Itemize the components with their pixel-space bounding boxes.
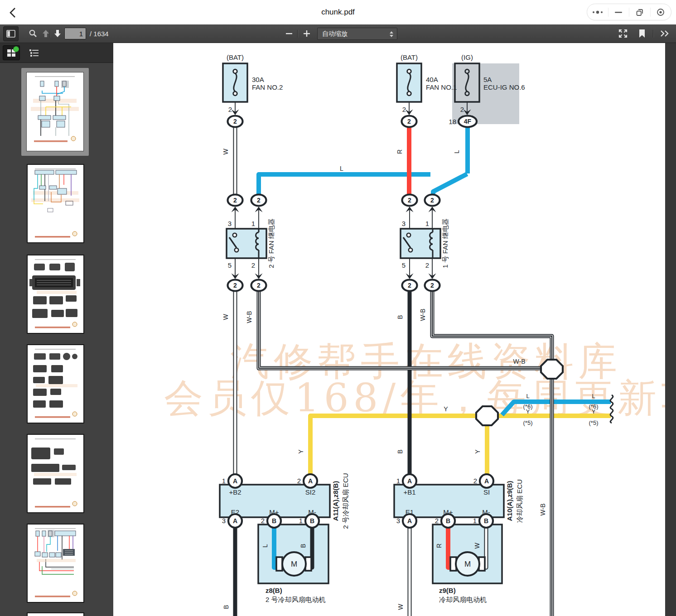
pin-letter: A bbox=[233, 477, 237, 485]
pin-number: 2 bbox=[425, 261, 429, 269]
thumbnail-page bbox=[26, 72, 84, 151]
connector-ovals bbox=[228, 116, 477, 291]
more-dots-icon bbox=[592, 10, 604, 15]
wire-label: L bbox=[592, 393, 595, 399]
up-arrow-icon bbox=[42, 29, 50, 38]
wire-label: B bbox=[396, 449, 404, 453]
connector-label: 2 bbox=[257, 197, 261, 204]
pin-number: 3 bbox=[222, 517, 226, 525]
zoom-in-button[interactable] bbox=[300, 27, 313, 40]
connector-label: 2 bbox=[408, 197, 411, 204]
ecu-pin-label: +B1 bbox=[403, 488, 415, 496]
window-capsule bbox=[587, 4, 671, 20]
ecu-pin-label: M- bbox=[482, 508, 490, 516]
toolbar-more-button[interactable] bbox=[657, 27, 672, 40]
down-arrow-icon bbox=[53, 29, 62, 38]
pin-number: 5 bbox=[402, 261, 406, 269]
wire-break-icon bbox=[610, 409, 613, 423]
wire-label: W bbox=[222, 149, 229, 155]
motor-symbol: M bbox=[291, 560, 297, 568]
pin-number: 2 bbox=[251, 261, 255, 269]
wire-break-icon bbox=[610, 395, 613, 409]
pin-number: 2 bbox=[228, 106, 232, 113]
thumbnail-page-2[interactable] bbox=[27, 164, 84, 243]
connector-number: 18 bbox=[449, 118, 456, 125]
fuse-name: FAN NO.2 bbox=[252, 83, 283, 91]
thumbnail-page-4[interactable] bbox=[27, 344, 84, 424]
wire-label: Y bbox=[444, 405, 448, 413]
ecu-pin-label: E1 bbox=[406, 508, 414, 516]
minimize-icon bbox=[614, 11, 623, 14]
wire-label: W-B bbox=[513, 358, 526, 365]
relay-fan-no1 bbox=[401, 229, 440, 258]
wire-label: L bbox=[526, 393, 529, 399]
junction-octagon-y bbox=[476, 406, 498, 425]
wiring-diagram: (BAT) 30A FAN NO.2 (BAT) 40A FAN NO.1 (I… bbox=[113, 43, 665, 616]
connector-label: 2 bbox=[233, 118, 237, 125]
pin-number: 5 bbox=[228, 261, 232, 269]
loading-status-dot bbox=[13, 46, 19, 52]
relay-fan-no2 bbox=[227, 229, 266, 258]
thumbnail-page-5[interactable] bbox=[27, 434, 84, 513]
connector-label: 4F bbox=[464, 118, 472, 125]
pin-number: 1 bbox=[299, 517, 303, 525]
wire-label: Y bbox=[592, 408, 596, 415]
thumbnail-preview bbox=[28, 345, 83, 423]
next-page-button[interactable] bbox=[52, 27, 63, 40]
zoom-mode-label: 自动缩放 bbox=[322, 30, 348, 37]
more-options-button[interactable] bbox=[587, 4, 608, 20]
wire-label: Y bbox=[526, 408, 530, 415]
motor-id: z9(B) bbox=[439, 587, 456, 594]
bookmark-button[interactable] bbox=[635, 27, 649, 40]
connector-label: 2 bbox=[407, 118, 411, 125]
connector-label: 2 bbox=[430, 197, 434, 204]
zoom-mode-select[interactable]: 自动缩放 bbox=[317, 28, 397, 40]
motor-fan-no2 bbox=[258, 525, 328, 583]
select-arrows-icon bbox=[389, 31, 394, 38]
wire-label: W-B bbox=[419, 309, 426, 321]
connector-label: 2 bbox=[233, 197, 237, 204]
wire-label: R bbox=[396, 149, 403, 154]
minimize-button[interactable] bbox=[608, 4, 629, 20]
pdf-page: 汽修帮手在线资料库 会员仅168/年，每周更新车型 bbox=[113, 43, 665, 616]
wire-label: Y bbox=[474, 449, 481, 454]
target-button[interactable] bbox=[651, 4, 671, 20]
presentation-mode-button[interactable] bbox=[616, 27, 630, 40]
pin-letter: B bbox=[484, 517, 488, 525]
pin-letter: B bbox=[446, 517, 450, 525]
fuse-fan-no2 bbox=[223, 63, 247, 102]
ecu-id: A10(A),z9(B) bbox=[506, 481, 513, 521]
thumbnail-page-1-selected[interactable] bbox=[21, 68, 89, 156]
show-thumbnails-button[interactable] bbox=[3, 45, 20, 60]
ecu-pin-label: M- bbox=[308, 508, 316, 516]
fuse-rating: 5A bbox=[483, 76, 492, 83]
connector-label: 2 bbox=[257, 282, 261, 289]
viewer-background-strip bbox=[665, 43, 676, 616]
fuse-rating: 30A bbox=[252, 76, 264, 83]
show-outline-button[interactable] bbox=[25, 45, 43, 60]
zoom-out-button[interactable] bbox=[283, 27, 295, 40]
thumbnail-preview bbox=[27, 72, 82, 147]
search-button[interactable] bbox=[26, 27, 40, 40]
ecu-name: 2 号冷却风扇 ECU bbox=[342, 473, 349, 529]
wire-label: R bbox=[435, 544, 443, 548]
thumbnail-page-7[interactable] bbox=[27, 612, 84, 616]
double-chevron-right-icon bbox=[660, 30, 670, 37]
toggle-sidebar-button[interactable] bbox=[3, 26, 19, 41]
pin-number: 1 bbox=[251, 220, 255, 227]
title-bar: chunk.pdf bbox=[0, 0, 676, 24]
pin-letter: B bbox=[272, 517, 276, 525]
restore-button[interactable] bbox=[629, 4, 650, 20]
page-number-input[interactable] bbox=[64, 28, 86, 39]
option-label: (*5) bbox=[523, 419, 533, 426]
pin-letter: A bbox=[407, 477, 412, 485]
outline-list-icon bbox=[29, 48, 39, 58]
thumbnail-page-3[interactable] bbox=[27, 255, 84, 334]
connector-label: 2 bbox=[430, 282, 434, 289]
plus-icon bbox=[303, 30, 310, 37]
document-title: chunk.pdf bbox=[0, 0, 676, 24]
pdf-viewer-window: chunk.pdf bbox=[0, 0, 676, 616]
pin-number: 3 bbox=[228, 220, 232, 227]
search-icon bbox=[29, 29, 38, 38]
thumbnail-page-6[interactable] bbox=[27, 524, 84, 603]
